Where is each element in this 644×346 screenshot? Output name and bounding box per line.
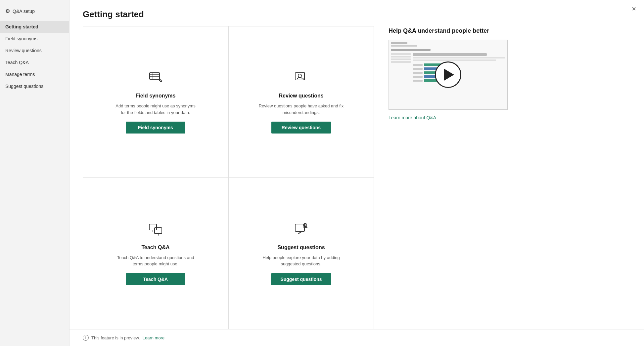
- suggest-questions-title: Suggest questions: [277, 245, 325, 250]
- play-triangle-icon: [444, 69, 454, 81]
- teach-qa-card: Teach Q&A Teach Q&A to understand questi…: [83, 178, 228, 329]
- sidebar: ⚙ Q&A setup Getting started Field synony…: [0, 0, 69, 346]
- suggest-questions-button[interactable]: Suggest questions: [271, 273, 331, 285]
- field-synonyms-icon: [148, 70, 163, 88]
- right-panel-title: Help Q&A understand people better: [389, 27, 508, 34]
- sidebar-title: Q&A setup: [13, 9, 35, 14]
- field-synonyms-desc: Add terms people might use as synonyms f…: [113, 103, 199, 116]
- sidebar-item-review-questions[interactable]: Review questions: [0, 45, 69, 57]
- footer-text: This feature is in preview.: [91, 335, 140, 340]
- svg-rect-0: [150, 73, 160, 79]
- svg-rect-7: [155, 228, 162, 234]
- cards-grid: Field synonyms Add terms people might us…: [83, 26, 374, 329]
- review-questions-button[interactable]: Review questions: [271, 122, 331, 134]
- field-synonyms-card: Field synonyms Add terms people might us…: [83, 26, 228, 178]
- main-body: Field synonyms Add terms people might us…: [69, 26, 644, 329]
- suggest-questions-icon: [294, 222, 308, 239]
- teach-qa-button[interactable]: Teach Q&A: [126, 273, 185, 285]
- close-button[interactable]: ×: [632, 5, 636, 13]
- svg-rect-6: [149, 224, 157, 230]
- teach-qa-desc: Teach Q&A to understand questions and te…: [113, 254, 199, 267]
- video-thumbnail[interactable]: [389, 40, 508, 110]
- sidebar-item-getting-started[interactable]: Getting started: [0, 21, 69, 33]
- main-content: × Getting started Field synonyms: [69, 0, 644, 346]
- teach-qa-title: Teach Q&A: [141, 245, 169, 250]
- sidebar-nav: Getting started Field synonyms Review qu…: [0, 21, 69, 92]
- video-preview: [389, 40, 507, 109]
- field-synonyms-title: Field synonyms: [136, 93, 176, 99]
- svg-point-5: [298, 74, 301, 77]
- sidebar-item-suggest-questions[interactable]: Suggest questions: [0, 80, 69, 92]
- svg-rect-8: [295, 224, 304, 231]
- suggest-questions-card: Suggest questions Help people explore yo…: [228, 178, 374, 329]
- suggest-questions-desc: Help people explore your data by adding …: [258, 254, 344, 267]
- review-questions-icon: [294, 70, 308, 88]
- footer-learn-more-link[interactable]: Learn more: [143, 335, 164, 340]
- page-title: Getting started: [69, 0, 644, 26]
- review-questions-card: Review questions Review questions people…: [228, 26, 374, 178]
- info-icon: i: [83, 335, 89, 341]
- learn-more-qa-link[interactable]: Learn more about Q&A: [389, 115, 508, 120]
- footer: i This feature is in preview. Learn more: [69, 329, 644, 346]
- right-panel: Help Q&A understand people better: [382, 26, 508, 329]
- review-questions-desc: Review questions people have asked and f…: [258, 103, 344, 116]
- sidebar-item-field-synonyms[interactable]: Field synonyms: [0, 33, 69, 45]
- review-questions-title: Review questions: [279, 93, 323, 99]
- play-button[interactable]: [435, 61, 461, 88]
- sidebar-item-teach-qa[interactable]: Teach Q&A: [0, 57, 69, 68]
- teach-qa-icon: [148, 222, 163, 239]
- gear-icon: ⚙: [5, 8, 10, 14]
- sidebar-header: ⚙ Q&A setup: [0, 5, 69, 21]
- sidebar-item-manage-terms[interactable]: Manage terms: [0, 68, 69, 80]
- field-synonyms-button[interactable]: Field synonyms: [126, 122, 185, 134]
